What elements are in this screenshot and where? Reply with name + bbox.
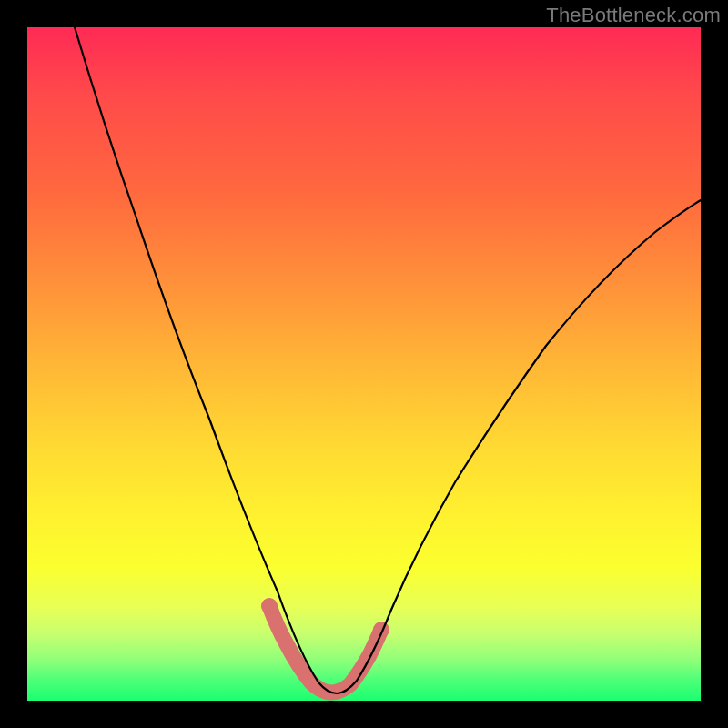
watermark-text: TheBottleneck.com bbox=[546, 4, 721, 27]
chart-stage: TheBottleneck.com bbox=[0, 0, 728, 728]
bottleneck-curve bbox=[75, 27, 701, 693]
band-dot-left bbox=[261, 598, 278, 614]
curve-layer bbox=[27, 27, 701, 701]
minimum-band bbox=[269, 606, 381, 693]
plot-area bbox=[27, 27, 701, 701]
